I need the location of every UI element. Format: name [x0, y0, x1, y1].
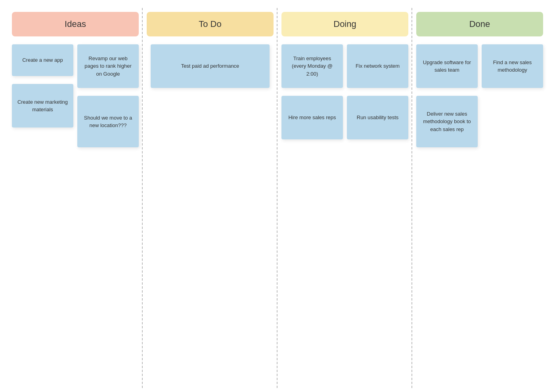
ideas-right: Revamp our web pages to rank higher on G… [77, 44, 139, 147]
column-ideas: Ideas Create a new app Create new market… [8, 8, 143, 388]
doing-grid: Train employees (every Monday @ 2:00) Hi… [278, 44, 412, 139]
column-done: Done Upgrade software for sales team Del… [412, 8, 547, 388]
column-header-done: Done [416, 12, 543, 36]
column-header-ideas: Ideas [12, 12, 139, 36]
ideas-left: Create a new app Create new marketing ma… [12, 44, 73, 147]
todo-body: Test paid ad performance [143, 44, 278, 88]
column-todo: To Do Test paid ad performance [143, 8, 278, 388]
card-hire-sales-reps[interactable]: Hire more sales reps [281, 96, 343, 139]
ideas-grid: Create a new app Create new marketing ma… [8, 44, 143, 147]
card-run-usability[interactable]: Run usability tests [347, 96, 408, 139]
kanban-board: Ideas Create a new app Create new market… [8, 8, 547, 388]
card-new-location[interactable]: Should we move to a new location??? [77, 96, 139, 147]
done-right: Find a new sales methodology [482, 44, 543, 147]
done-grid: Upgrade software for sales team Deliver … [412, 44, 547, 147]
column-header-todo: To Do [147, 12, 274, 36]
card-deliver-book[interactable]: Deliver new sales methodology book to ea… [416, 96, 478, 147]
column-header-doing: Doing [281, 12, 408, 36]
done-left: Upgrade software for sales team Deliver … [416, 44, 478, 147]
doing-right: Fix network system Run usability tests [347, 44, 408, 139]
column-doing: Doing Train employees (every Monday @ 2:… [278, 8, 412, 388]
card-test-paid-ad[interactable]: Test paid ad performance [151, 44, 270, 88]
card-upgrade-software[interactable]: Upgrade software for sales team [416, 44, 478, 88]
card-train-employees[interactable]: Train employees (every Monday @ 2:00) [281, 44, 343, 88]
card-fix-network[interactable]: Fix network system [347, 44, 408, 88]
card-create-new-app[interactable]: Create a new app [12, 44, 73, 76]
card-create-marketing[interactable]: Create new marketing materials [12, 84, 73, 127]
card-revamp-web[interactable]: Revamp our web pages to rank higher on G… [77, 44, 139, 88]
card-find-methodology[interactable]: Find a new sales methodology [482, 44, 543, 88]
doing-left: Train employees (every Monday @ 2:00) Hi… [281, 44, 343, 139]
